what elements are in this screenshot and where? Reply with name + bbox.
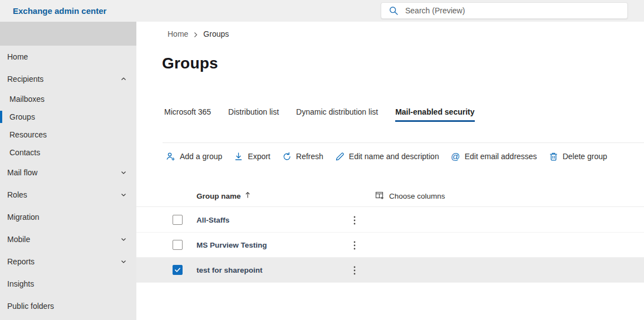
sidebar-item-label: Recipients xyxy=(7,75,43,83)
sidebar-item-resources[interactable]: Resources xyxy=(0,126,136,144)
tab-label: Microsoft 365 xyxy=(164,107,211,116)
row-more-button[interactable] xyxy=(348,208,361,233)
toolbar-button-label: Delete group xyxy=(563,152,607,161)
ellipsis-vertical-icon xyxy=(353,266,356,275)
chevron-down-icon xyxy=(120,169,127,176)
search-box[interactable] xyxy=(381,2,628,19)
refresh-icon xyxy=(282,152,292,161)
choose-columns-icon xyxy=(375,191,384,201)
sidebar-header-block xyxy=(0,22,136,46)
toolbar-button-label: Add a group xyxy=(180,152,222,161)
row-more-button[interactable] xyxy=(348,233,361,258)
delete-group-button[interactable]: Delete group xyxy=(549,152,607,161)
row-more-button[interactable] xyxy=(348,258,361,283)
tab-distribution-list[interactable]: Distribution list xyxy=(228,105,279,122)
sidebar-item-home[interactable]: Home xyxy=(0,46,136,68)
row-checkbox[interactable] xyxy=(173,240,183,250)
sidebar-item-mail-flow[interactable]: Mail flow xyxy=(0,161,136,184)
sidebar-item-insights[interactable]: Insights xyxy=(0,273,136,295)
table-row[interactable]: MS Purview Testing xyxy=(136,233,644,258)
divider xyxy=(163,142,644,143)
column-header-group-name[interactable]: Group name xyxy=(196,185,250,207)
chevron-down-icon xyxy=(120,236,127,243)
tab-label: Mail-enabled security xyxy=(395,107,474,116)
chevron-right-icon xyxy=(193,32,198,38)
sidebar-item-contacts[interactable]: Contacts xyxy=(0,144,136,161)
tab-microsoft-365[interactable]: Microsoft 365 xyxy=(164,105,211,122)
sidebar-item-label: Home xyxy=(7,52,28,61)
search-icon xyxy=(389,6,399,16)
sidebar-item-label: Migration xyxy=(7,213,40,221)
sidebar-item-groups[interactable]: Groups xyxy=(0,108,136,126)
sidebar-item-label: Mobile xyxy=(7,235,30,244)
sidebar-item-roles[interactable]: Roles xyxy=(0,184,136,206)
table-header: Group name Choose columns xyxy=(136,185,644,207)
sidebar-item-public-folders[interactable]: Public folders xyxy=(0,295,136,317)
choose-columns-button[interactable]: Choose columns xyxy=(375,185,445,207)
tab-mail-enabled-security[interactable]: Mail-enabled security xyxy=(395,105,474,122)
table-row[interactable]: All-Staffs xyxy=(136,208,644,233)
tab-label: Dynamic distribution list xyxy=(296,107,378,116)
download-icon xyxy=(234,152,243,161)
sidebar-item-label: Insights xyxy=(7,279,34,288)
sidebar-item-label: Reports xyxy=(7,257,35,266)
toolbar-button-label: Edit name and description xyxy=(349,152,439,161)
toolbar-button-label: Export xyxy=(248,152,270,161)
sidebar-item-migration[interactable]: Migration xyxy=(0,206,136,228)
sidebar-item-label: Groups xyxy=(9,112,35,121)
sidebar-item-label: Public folders xyxy=(7,302,54,311)
sidebar-item-label: Contacts xyxy=(9,148,40,157)
person-add-icon xyxy=(166,152,175,161)
app-title[interactable]: Exchange admin center xyxy=(13,0,106,22)
toolbar: Add a group Export Refresh Edit name and… xyxy=(166,148,607,165)
refresh-button[interactable]: Refresh xyxy=(282,152,323,161)
sidebar-item-label: Mailboxes xyxy=(9,95,45,104)
toolbar-button-label: Refresh xyxy=(296,152,323,161)
group-name-link[interactable]: All-Staffs xyxy=(196,208,229,233)
column-header-label: Group name xyxy=(196,192,241,200)
breadcrumb-home-link[interactable]: Home xyxy=(168,29,188,38)
export-button[interactable]: Export xyxy=(234,152,270,161)
sidebar-item-label: Resources xyxy=(9,130,47,139)
checkmark-icon xyxy=(174,267,181,273)
tab-label: Distribution list xyxy=(228,107,279,116)
trash-icon xyxy=(549,152,558,161)
table-body: All-Staffs MS Purview Testing test for s… xyxy=(136,208,644,283)
choose-columns-label: Choose columns xyxy=(389,192,445,200)
pencil-icon xyxy=(335,152,345,161)
chevron-up-icon xyxy=(120,76,127,82)
sidebar-item-reports[interactable]: Reports xyxy=(0,250,136,273)
sidebar-item-label: Mail flow xyxy=(7,168,37,177)
main-content: Home Groups Groups Microsoft 365 Distrib… xyxy=(136,22,644,320)
edit-email-addresses-button[interactable]: @ Edit email addresses xyxy=(451,152,537,161)
sidebar: Home Recipients Mailboxes Groups Resourc… xyxy=(0,22,136,320)
breadcrumb-current: Groups xyxy=(203,29,229,38)
table-row[interactable]: test for sharepoint xyxy=(136,258,644,283)
group-name-link[interactable]: MS Purview Testing xyxy=(196,233,267,258)
sidebar-item-recipients[interactable]: Recipients xyxy=(0,68,136,90)
toolbar-button-label: Edit email addresses xyxy=(465,152,537,161)
tab-list: Microsoft 365 Distribution list Dynamic … xyxy=(164,105,475,122)
top-bar: Exchange admin center xyxy=(0,0,644,22)
chevron-down-icon xyxy=(120,258,127,265)
breadcrumb: Home Groups xyxy=(168,29,229,38)
at-icon: @ xyxy=(451,152,460,161)
ellipsis-vertical-icon xyxy=(353,241,356,250)
sidebar-item-label: Roles xyxy=(7,190,27,199)
page-title: Groups xyxy=(162,55,218,72)
search-input[interactable] xyxy=(405,6,627,15)
ellipsis-vertical-icon xyxy=(353,216,356,225)
chevron-down-icon xyxy=(120,191,127,198)
group-name-link[interactable]: test for sharepoint xyxy=(196,258,263,283)
add-a-group-button[interactable]: Add a group xyxy=(166,152,222,161)
row-checkbox-checked[interactable] xyxy=(173,265,183,275)
sort-ascending-icon xyxy=(245,191,250,200)
sidebar-item-mobile[interactable]: Mobile xyxy=(0,228,136,250)
edit-name-description-button[interactable]: Edit name and description xyxy=(335,152,439,161)
sidebar-item-mailboxes[interactable]: Mailboxes xyxy=(0,90,136,108)
tab-dynamic-distribution-list[interactable]: Dynamic distribution list xyxy=(296,105,378,122)
row-checkbox[interactable] xyxy=(173,215,183,225)
